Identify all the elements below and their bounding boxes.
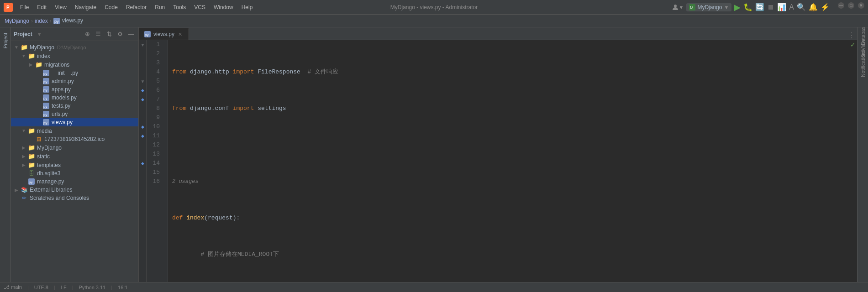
- status-bar: ⎇ main | UTF-8 | LF | Python 3.11 | 16:1: [0, 282, 868, 292]
- code-content[interactable]: from django.http import FileResponse # 文…: [168, 40, 849, 282]
- run-with-coverage-button[interactable]: 🔄: [755, 3, 764, 11]
- tree-item-views[interactable]: py views.py: [11, 118, 138, 126]
- vtab-project[interactable]: Project: [1, 29, 10, 52]
- stop-button[interactable]: ⏹: [767, 3, 774, 11]
- search-everywhere-button[interactable]: 🔍: [797, 3, 806, 11]
- tree-item-static[interactable]: ▶ 📁 static: [11, 152, 138, 161]
- scratch-icon: ✏: [20, 195, 28, 201]
- kw-from-1: from: [172, 68, 190, 77]
- svg-text:py: py: [43, 113, 47, 117]
- breadcrumb-index[interactable]: index: [35, 18, 48, 24]
- linenum-7: 7: [147, 95, 163, 104]
- gutter-line-9: [139, 113, 147, 122]
- fold-icon-1[interactable]: ▼: [141, 42, 145, 47]
- run-button[interactable]: ▶: [734, 2, 741, 12]
- editor-menu-btn[interactable]: ⋮: [848, 31, 855, 40]
- tree-item-urls[interactable]: py urls.py: [11, 110, 138, 118]
- gutter-line-8: [139, 104, 147, 113]
- status-python[interactable]: Python 3.11: [79, 285, 106, 290]
- minimize-button[interactable]: —: [838, 2, 844, 9]
- tree-arrow-index: ▼: [20, 53, 27, 58]
- tree-item-apps[interactable]: py apps.py: [11, 85, 138, 94]
- notifications-button[interactable]: 🔔: [809, 3, 818, 11]
- status-line-endings[interactable]: LF: [61, 285, 67, 290]
- profiler-button[interactable]: 📊: [777, 3, 786, 11]
- tree-item-mydjango-sub[interactable]: ▶ 📁 MyDjango: [11, 143, 138, 152]
- project-collapse-btn[interactable]: —: [126, 30, 136, 39]
- gutter: ▼ ▼ ◆ ◆ ◆ ◆ ◆: [139, 40, 147, 282]
- project-add-btn[interactable]: ⊕: [83, 30, 92, 39]
- tab-close-views[interactable]: ✕: [177, 31, 183, 38]
- code-editor[interactable]: ▼ ▼ ◆ ◆ ◆ ◆ ◆: [139, 40, 857, 282]
- py-icon-admin: py: [42, 78, 50, 84]
- fn-index: index: [186, 214, 204, 223]
- menu-edit[interactable]: Edit: [33, 3, 50, 12]
- tree-arrow-root: ▼: [13, 45, 20, 50]
- project-settings-btn[interactable]: ⚙: [116, 30, 125, 39]
- project-list-btn[interactable]: ☰: [94, 30, 103, 39]
- kw-import-2: import: [229, 104, 258, 113]
- gutter-line-12: [139, 141, 147, 150]
- linenum-2: 2: [147, 49, 163, 58]
- tree-item-ext-libs[interactable]: ▶ 📚 External Libraries: [11, 186, 138, 194]
- svg-text:py: py: [43, 121, 47, 125]
- project-label: Project: [14, 31, 32, 37]
- py-icon-models: py: [42, 94, 50, 101]
- translate-button[interactable]: A: [789, 3, 794, 11]
- user-icon[interactable]: ▼: [672, 4, 684, 11]
- tree-item-index[interactable]: ▼ 📁 index: [11, 52, 138, 60]
- gutter-line-1: ▼: [139, 40, 147, 49]
- tree-item-migrations[interactable]: ▶ 📁 migrations: [11, 60, 138, 69]
- tree-label-tests: tests.py: [52, 103, 70, 109]
- fold-icon-5[interactable]: ▼: [141, 79, 145, 84]
- power-button[interactable]: ⚡: [821, 3, 830, 11]
- tree-label-views: views.py: [52, 119, 73, 125]
- py-icon-urls: py: [42, 111, 50, 117]
- tree-label-models: models.py: [52, 94, 77, 101]
- menu-vcs[interactable]: VCS: [190, 3, 209, 12]
- menu-tools[interactable]: Tools: [169, 3, 189, 12]
- tree-label-init: __init__.py: [52, 70, 78, 76]
- tree-item-tests[interactable]: py tests.py: [11, 102, 138, 110]
- tree-item-admin[interactable]: py admin.py: [11, 77, 138, 85]
- tab-views-py[interactable]: py views.py ✕: [139, 28, 189, 40]
- project-sort-btn[interactable]: ⇅: [105, 30, 114, 39]
- menu-view[interactable]: View: [51, 3, 70, 12]
- status-encoding[interactable]: UTF-8: [34, 285, 48, 290]
- tree-item-templates[interactable]: ▶ 📁 templates: [11, 161, 138, 169]
- tree-item-models[interactable]: py models.py: [11, 94, 138, 102]
- py-icon-apps: py: [42, 86, 50, 93]
- sidebar-database[interactable]: Database: [858, 29, 868, 39]
- cmt-6: # 图片存储在MEDIA_ROOT下: [172, 250, 279, 259]
- close-button[interactable]: ✕: [858, 2, 864, 9]
- project-panel: Project ▼ ⊕ ☰ ⇅ ⚙ — ▼ 📁 MyDjango D:\MyDj…: [11, 27, 139, 282]
- menu-file[interactable]: File: [16, 3, 32, 12]
- svg-text:py: py: [29, 180, 32, 184]
- menu-navigate[interactable]: Navigate: [71, 3, 100, 12]
- debug-button[interactable]: 🐛: [743, 3, 752, 11]
- menu-run[interactable]: Run: [151, 3, 168, 12]
- menu-window[interactable]: Window: [210, 3, 237, 12]
- maximize-button[interactable]: □: [848, 2, 854, 9]
- menu-help[interactable]: Help: [238, 3, 257, 12]
- svg-text:py: py: [43, 96, 47, 100]
- sidebar-notifications[interactable]: Notifications: [858, 58, 868, 68]
- breadcrumb-mydjango[interactable]: MyDjango: [5, 18, 29, 24]
- project-toolbar: Project ▼ ⊕ ☰ ⇅ ⚙ —: [11, 27, 138, 41]
- svg-text:py: py: [145, 33, 148, 37]
- py-icon-init: py: [42, 70, 50, 76]
- status-git[interactable]: ⎇ main: [4, 284, 22, 290]
- menu-refactor[interactable]: Refactor: [122, 3, 150, 12]
- project-dropdown-arrow[interactable]: ▼: [37, 31, 42, 37]
- tree-label-templates: templates: [37, 162, 61, 168]
- tree-item-init[interactable]: py __init__.py: [11, 69, 138, 77]
- tree-item-root[interactable]: ▼ 📁 MyDjango D:\MyDjango: [11, 43, 138, 52]
- tree-item-manage[interactable]: py manage.py: [11, 177, 138, 186]
- menu-code[interactable]: Code: [101, 3, 121, 12]
- tree-item-scratches[interactable]: ✏ Scratches and Consoles: [11, 194, 138, 202]
- svg-text:py: py: [43, 88, 47, 92]
- run-config-selector[interactable]: M MyDjango ▼: [686, 3, 731, 11]
- tree-item-ico[interactable]: 🖼 17237381936145282.ico: [11, 135, 138, 143]
- tree-item-db[interactable]: 🗄 db.sqlite3: [11, 169, 138, 177]
- tree-item-media[interactable]: ▼ 📁 media: [11, 126, 138, 135]
